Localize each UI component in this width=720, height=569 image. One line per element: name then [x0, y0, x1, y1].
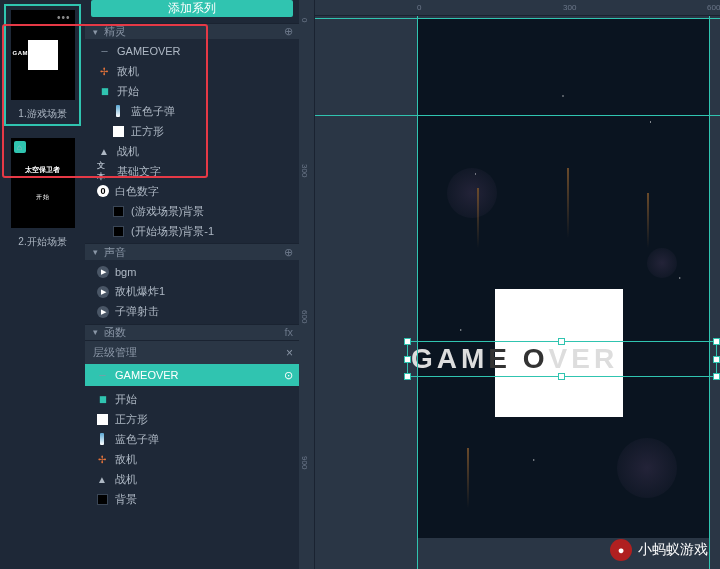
ruler-tick: 600	[707, 3, 720, 12]
tree-label: 战机	[117, 144, 139, 159]
background-icon	[111, 224, 125, 238]
tree-item[interactable]: 文本基础文字	[85, 161, 299, 181]
scene-preview-2: ⌂ 太空保卫者 开 始	[11, 138, 75, 228]
layer-item[interactable]: 背景	[85, 489, 299, 509]
ruler-tick: 600	[300, 310, 309, 323]
section-functions[interactable]: ▾ 函数 fx	[85, 324, 299, 340]
dashes-icon: ---	[97, 44, 111, 58]
guide-line	[299, 18, 720, 19]
scene-preview-1: ••• GAME OVER	[11, 10, 75, 100]
enemy-icon: ✢	[95, 452, 109, 466]
section-title: 函数	[104, 325, 126, 340]
canvas-area[interactable]: 0 300 600 0 300 600 900 GAME OVER	[299, 0, 720, 569]
scenes-panel: ••• GAME OVER 1.游戏场景 ⌂ 太空保卫者 开 始 2.开始场景	[0, 0, 85, 569]
layer-label: 背景	[115, 492, 137, 507]
tree-item[interactable]: 正方形	[85, 121, 299, 141]
wechat-icon: ●	[610, 539, 632, 561]
watermark-label: 小蚂蚁游戏	[638, 541, 708, 559]
chevron-down-icon: ▾	[93, 27, 98, 37]
resize-handle[interactable]	[713, 338, 720, 345]
layer-label: 敌机	[115, 452, 137, 467]
play-icon: ▶	[97, 266, 109, 278]
chevron-down-icon: ▾	[93, 327, 98, 337]
tree-item[interactable]: ▶bgm	[85, 262, 299, 282]
section-sounds[interactable]: ▾ 声音 ⊕	[85, 243, 299, 259]
tree-item[interactable]: (游戏场景)背景	[85, 201, 299, 221]
square-icon	[95, 412, 109, 426]
tree-label: 白色数字	[115, 184, 159, 199]
ruler-tick: 900	[300, 456, 309, 469]
add-series-button[interactable]: 添加系列	[91, 0, 293, 17]
tree-item[interactable]: ▮▮开始	[85, 81, 299, 101]
scene-label: 1.游戏场景	[6, 104, 79, 124]
fighter-icon: ▲	[95, 472, 109, 486]
add-icon[interactable]: ⊕	[284, 246, 293, 259]
pause-icon: ▮▮	[95, 392, 109, 406]
sprite-tree: ---GAMEOVER✢敌机▮▮开始蓝色子弹正方形▲战机文本基础文字0白色数字(…	[85, 39, 299, 243]
tree-item[interactable]: ▶子弹射击	[85, 302, 299, 322]
scene-thumb-1[interactable]: ••• GAME OVER 1.游戏场景	[4, 4, 81, 126]
layer-item[interactable]: ▮▮开始	[85, 389, 299, 409]
more-icon[interactable]: ⊙	[284, 369, 293, 382]
resize-handle[interactable]	[404, 373, 411, 380]
layer-header: 层级管理 ×	[85, 340, 299, 364]
layer-item-selected[interactable]: --- GAMEOVER ⊙	[85, 364, 299, 386]
tree-item[interactable]: 0白色数字	[85, 181, 299, 201]
tree-label: bgm	[115, 266, 136, 278]
bg-trail	[567, 168, 569, 238]
add-icon[interactable]: ⊕	[284, 25, 293, 38]
ruler-horizontal: 0 300 600	[299, 0, 720, 16]
tree-item[interactable]: 蓝色子弹	[85, 101, 299, 121]
tree-item[interactable]: ✢敌机	[85, 61, 299, 81]
layer-item[interactable]: 蓝色子弹	[85, 429, 299, 449]
scene2-title: 太空保卫者	[25, 165, 60, 175]
guide-line	[299, 115, 720, 116]
ruler-tick: 0	[300, 18, 309, 22]
resize-handle[interactable]	[404, 338, 411, 345]
more-icon[interactable]: •••	[57, 12, 71, 23]
layer-label: 蓝色子弹	[115, 432, 159, 447]
close-icon[interactable]: ×	[286, 346, 293, 360]
watermark: ● 小蚂蚁游戏	[610, 539, 708, 561]
tree-label: 敌机爆炸1	[115, 284, 165, 299]
layer-list: ▮▮开始正方形蓝色子弹✢敌机▲战机背景	[85, 386, 299, 569]
bg-orb	[447, 168, 497, 218]
resize-handle[interactable]	[558, 373, 565, 380]
tree-label: 开始	[117, 84, 139, 99]
play-icon: ▶	[97, 306, 109, 318]
bullet-icon	[95, 432, 109, 446]
scene-thumb-2[interactable]: ⌂ 太空保卫者 开 始 2.开始场景	[4, 132, 81, 254]
fx-icon[interactable]: fx	[284, 326, 293, 338]
layer-label: 开始	[115, 392, 137, 407]
layer-item[interactable]: ✢敌机	[85, 449, 299, 469]
bg-trail	[467, 448, 469, 508]
tree-item[interactable]: ▲战机	[85, 141, 299, 161]
layer-item[interactable]: 正方形	[85, 409, 299, 429]
section-sprites[interactable]: ▾ 精灵 ⊕	[85, 23, 299, 39]
guide-line	[417, 0, 418, 569]
tree-label: 基础文字	[117, 164, 161, 179]
text-icon: 文本	[97, 164, 111, 178]
bg-trail	[647, 193, 649, 248]
layer-item[interactable]: ▲战机	[85, 469, 299, 489]
resize-handle[interactable]	[404, 356, 411, 363]
pause-icon: ▮▮	[97, 84, 111, 98]
resize-handle[interactable]	[713, 356, 720, 363]
sound-tree: ▶bgm▶敌机爆炸1▶子弹射击	[85, 260, 299, 324]
layer-title: 层级管理	[93, 345, 137, 360]
background-icon	[111, 204, 125, 218]
square-icon	[111, 124, 125, 138]
tree-label: 蓝色子弹	[131, 104, 175, 119]
resize-handle[interactable]	[558, 338, 565, 345]
scene-label: 2.开始场景	[6, 232, 79, 252]
layer-label: GAMEOVER	[115, 369, 179, 381]
dashes-icon: ---	[95, 368, 109, 382]
selection-box[interactable]	[407, 341, 717, 377]
tree-item[interactable]: ▶敌机爆炸1	[85, 282, 299, 302]
layer-label: 正方形	[115, 412, 148, 427]
ruler-vertical: 0 300 600 900	[299, 0, 315, 569]
tree-item[interactable]: (开始场景)背景-1	[85, 221, 299, 241]
tree-item[interactable]: ---GAMEOVER	[85, 41, 299, 61]
stage[interactable]: GAME OVER	[417, 18, 709, 538]
resize-handle[interactable]	[713, 373, 720, 380]
